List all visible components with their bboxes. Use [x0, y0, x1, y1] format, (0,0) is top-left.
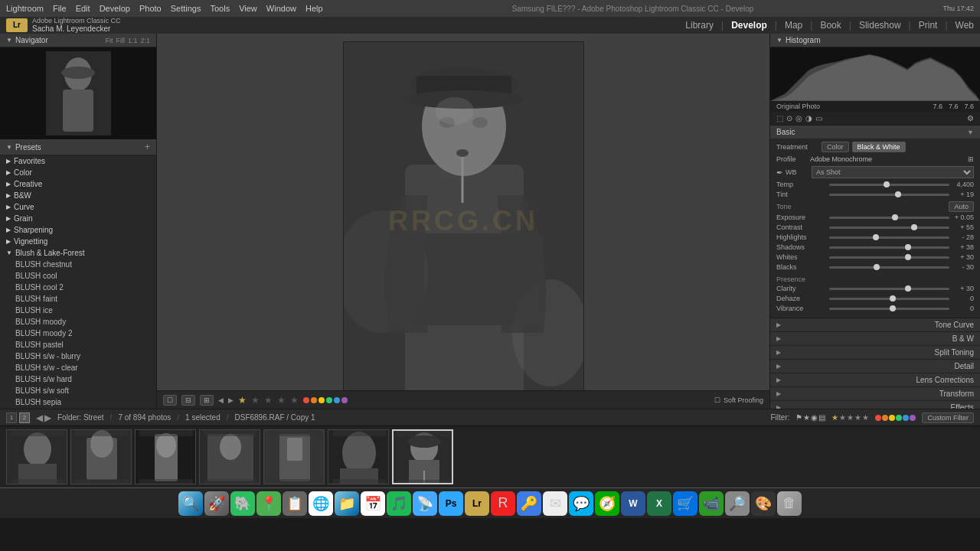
menu-file[interactable]: File	[53, 4, 67, 13]
filter-star-3[interactable]: ★	[847, 413, 854, 422]
dock-safari[interactable]: 🧭	[595, 491, 619, 516]
highlights-thumb[interactable]	[873, 234, 879, 240]
basic-panel-header[interactable]: Basic ▼	[770, 126, 980, 139]
filmstrip-thumb-1[interactable]	[6, 429, 67, 484]
lens-corrections-section[interactable]: ▶ Lens Corrections	[770, 373, 980, 387]
whites-thumb[interactable]	[905, 254, 911, 260]
module-book[interactable]: Book	[820, 20, 841, 31]
clarity-thumb[interactable]	[905, 285, 911, 292]
histogram-header[interactable]: ▼ Histogram	[770, 34, 980, 47]
preset-blush-moody2[interactable]: BLUSH moody 2	[0, 328, 156, 339]
presets-add-icon[interactable]: +	[145, 142, 150, 152]
view-survey[interactable]: ⊞	[200, 395, 214, 406]
cf-yellow[interactable]	[889, 415, 895, 421]
profile-browse[interactable]: ⊞	[968, 155, 974, 163]
star-4[interactable]: ★	[277, 395, 286, 406]
effects-section[interactable]: ▶ Effects	[770, 401, 980, 409]
preset-blush-faint[interactable]: BLUSH faint	[0, 293, 156, 305]
module-map[interactable]: Map	[785, 20, 802, 31]
preset-group-blush[interactable]: ▼ Blush & Lake-Forest	[0, 247, 156, 259]
vibrance-thumb[interactable]	[890, 305, 896, 311]
filter-tool[interactable]: ▭	[815, 114, 822, 122]
nav-zoom-2to1[interactable]: 2:1	[140, 37, 150, 44]
preset-blush-chestnut[interactable]: BLUSH chestnut	[0, 259, 156, 270]
preset-blush-sepia[interactable]: BLUSH sepia	[0, 396, 156, 408]
detail-section[interactable]: ▶ Detail	[770, 360, 980, 373]
tint-thumb[interactable]	[895, 191, 901, 197]
preset-blush-moody[interactable]: BLUSH moody	[0, 316, 156, 328]
dock-word[interactable]: W	[621, 491, 645, 516]
redeye-tool[interactable]: ◎	[795, 114, 802, 122]
dock-lightroom[interactable]: Lr	[465, 491, 489, 516]
dock-migration[interactable]: 📋	[283, 491, 307, 516]
filter-star-5[interactable]: ★	[862, 413, 869, 422]
blacks-slider[interactable]	[829, 266, 949, 269]
color-blue[interactable]	[334, 397, 340, 403]
view-compare[interactable]: ⊟	[181, 395, 195, 406]
nav-next-icon[interactable]: ▶	[44, 412, 51, 423]
preset-group-bw[interactable]: ▶ B&W	[0, 190, 156, 201]
preset-group-color[interactable]: ▶ Color	[0, 167, 156, 178]
preset-group-grain[interactable]: ▶ Grain	[0, 213, 156, 224]
filter-star-1[interactable]: ★	[831, 413, 838, 422]
preset-group-creative[interactable]: ▶ Creative	[0, 178, 156, 190]
filmstrip-thumb-3[interactable]	[135, 429, 196, 484]
bw-section[interactable]: ▶ B & W	[770, 332, 980, 346]
dock-skype[interactable]: 💬	[569, 491, 593, 516]
dock-excel[interactable]: X	[647, 491, 671, 516]
module-develop[interactable]: Develop	[731, 20, 767, 31]
navigator-header[interactable]: ▼ Navigator Fit Fill 1:1 2:1	[0, 34, 156, 47]
color-green[interactable]	[326, 397, 332, 403]
module-library[interactable]: Library	[685, 20, 714, 31]
whites-slider[interactable]	[829, 256, 949, 259]
dock-evernote[interactable]: 🐘	[230, 491, 255, 516]
shadows-thumb[interactable]	[905, 244, 911, 250]
dock-facetime[interactable]: 📹	[699, 491, 724, 516]
contrast-thumb[interactable]	[911, 224, 917, 230]
filter-star[interactable]: ★	[803, 413, 810, 422]
contrast-slider[interactable]	[829, 227, 949, 229]
tone-curve-section[interactable]: ▶ Tone Curve	[770, 318, 980, 332]
treatment-bw-btn[interactable]: Black & White	[852, 142, 906, 152]
cf-blue[interactable]	[903, 415, 909, 421]
view-single[interactable]: ☐	[163, 395, 177, 406]
preset-blush-pastel[interactable]: BLUSH pastel	[0, 339, 156, 350]
dock-colorpicker[interactable]: 🎨	[751, 491, 776, 516]
menu-lightroom[interactable]: Lightroom	[6, 4, 44, 13]
spot-heal-tool[interactable]: ⊙	[786, 114, 792, 122]
treatment-color-btn[interactable]: Color	[822, 142, 849, 152]
split-toning-section[interactable]: ▶ Split Toning	[770, 346, 980, 360]
nav-left[interactable]: ◀	[218, 396, 224, 404]
settings-icon[interactable]: ⚙	[967, 114, 974, 122]
blacks-thumb[interactable]	[874, 264, 880, 270]
wb-select[interactable]: As Shot Auto Daylight Cloudy	[812, 166, 974, 178]
menu-view[interactable]: View	[239, 4, 257, 13]
shadows-slider[interactable]	[829, 246, 949, 249]
preset-group-curve[interactable]: ▶ Curve	[0, 201, 156, 213]
filter-flag[interactable]: ⚑	[795, 413, 802, 422]
dock-spotify[interactable]: 🎵	[387, 491, 411, 516]
dock-photoshop[interactable]: Ps	[439, 491, 463, 516]
cf-green[interactable]	[896, 415, 902, 421]
dock-1password[interactable]: 🔑	[517, 491, 541, 516]
temp-slider[interactable]	[829, 184, 949, 186]
cf-orange[interactable]	[882, 415, 888, 421]
filmstrip-thumb-7[interactable]	[392, 429, 453, 484]
crop-tool[interactable]: ⬚	[776, 114, 783, 122]
filter-star-2[interactable]: ★	[839, 413, 846, 422]
vibrance-slider[interactable]	[829, 308, 949, 310]
dock-appstore[interactable]: 🛒	[673, 491, 697, 516]
star-5[interactable]: ★	[290, 395, 299, 406]
color-yellow[interactable]	[318, 397, 325, 403]
dock-finder[interactable]: 🔍	[178, 491, 203, 516]
tone-auto-btn[interactable]: Auto	[949, 201, 974, 212]
soft-proof-checkbox[interactable]: ☐	[714, 396, 720, 404]
dock-mail[interactable]: ✉	[543, 491, 567, 516]
menu-tools[interactable]: Tools	[210, 4, 230, 13]
filmstrip-thumb-4[interactable]	[199, 429, 260, 484]
menu-settings[interactable]: Settings	[171, 4, 201, 13]
menu-help[interactable]: Help	[305, 4, 323, 13]
dock-trash[interactable]: 🗑	[777, 491, 802, 516]
dock-chrome[interactable]: 🌐	[309, 491, 333, 516]
preset-blush-sw-soft[interactable]: BLUSH s/w soft	[0, 385, 156, 396]
